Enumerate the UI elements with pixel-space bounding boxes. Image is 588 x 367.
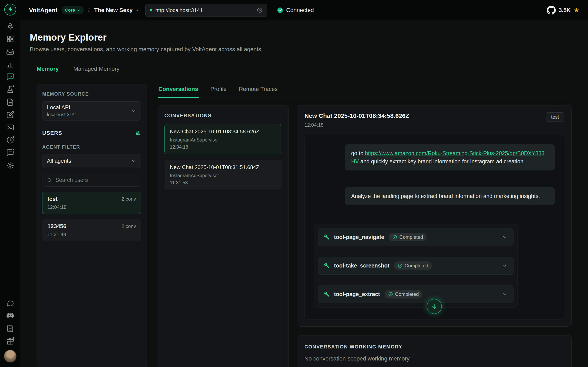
memory-detail-region: Conversations Profile Remote Traces CONV…: [158, 84, 572, 367]
rail-item-memory[interactable]: [5, 72, 15, 82]
page-tabs: Memory Managed Memory: [30, 64, 572, 77]
wrench-icon: [324, 234, 329, 240]
filter-sliders-icon[interactable]: [135, 130, 141, 136]
rail-item-discord[interactable]: [5, 311, 15, 321]
user-name: test: [47, 196, 58, 202]
tab-managed-memory[interactable]: Managed Memory: [72, 64, 120, 77]
tab-remote-traces[interactable]: Remote Traces: [238, 84, 278, 98]
user-avatar[interactable]: [4, 350, 17, 363]
project-dropdown[interactable]: The New Sexy: [94, 7, 139, 13]
search-users-input[interactable]: [55, 177, 136, 183]
user-last-time: 11:31:48: [47, 232, 136, 237]
rail-item-experiments[interactable]: [5, 85, 15, 94]
rail-item-terminal[interactable]: [5, 123, 15, 132]
conversation-title: New Chat 2025-10-01T08:31:51.684Z: [170, 164, 277, 170]
github-star-count: 3.5K: [559, 7, 571, 13]
history-clock-icon[interactable]: [257, 7, 263, 13]
memory-source-texts: Local API localhost:3141: [47, 104, 77, 117]
tool-call-row[interactable]: tool-take_screenshot Completed: [318, 257, 513, 275]
user-list-item[interactable]: 123456 2 conv 11:31:48: [42, 219, 141, 241]
chat-title: New Chat 2025-10-01T08:34:58.626Z: [304, 112, 409, 119]
message-text: Analyze the landing page to extract bran…: [351, 193, 540, 199]
edit-icon: [6, 111, 14, 119]
terminal-icon: [6, 123, 14, 132]
support-chat-icon: [6, 299, 14, 307]
check-circle-icon: [398, 263, 403, 268]
rail-item-feedback[interactable]: [5, 148, 15, 158]
conversation-list-item[interactable]: New Chat 2025-10-01T08:34:58.626Z Instag…: [164, 124, 282, 154]
conversation-agent: InstagramAdSupervisor: [170, 137, 277, 143]
tool-status-label: Completed: [395, 291, 419, 297]
tool-status-label: Completed: [399, 234, 423, 240]
page-subtitle: Browse users, conversations, and working…: [30, 46, 572, 53]
check-circle-icon: [392, 235, 397, 240]
message-text: and quickly extract key brand informatio…: [359, 158, 523, 165]
wrench-icon: [324, 263, 329, 268]
server-url-text: http://localhost:3141: [155, 7, 203, 13]
discord-icon: [6, 312, 14, 320]
voltagent-logo[interactable]: [4, 4, 16, 16]
conversation-list-item[interactable]: New Chat 2025-10-01T08:31:51.684Z Instag…: [164, 160, 282, 190]
tab-profile[interactable]: Profile: [210, 84, 227, 98]
user-list-item[interactable]: test 2 conv 12:04:18: [42, 192, 141, 214]
notification-dot: [12, 136, 15, 138]
chat-header: New Chat 2025-10-01T08:34:58.626Z 12:04:…: [304, 112, 564, 128]
rocket-icon: [6, 22, 14, 30]
tool-name: tool-take_screenshot: [334, 263, 389, 269]
tool-status-label: Completed: [405, 263, 428, 268]
core-version-dropdown[interactable]: Core: [61, 6, 84, 14]
rail-item-rocket[interactable]: [5, 21, 15, 31]
memory-source-select[interactable]: Local API localhost:3141: [42, 101, 141, 120]
user-message-bubble: go to https://www.amazon.com/Roku-Stream…: [345, 144, 555, 170]
tool-call-row[interactable]: tool-page_extract Completed: [318, 285, 513, 303]
tool-calls-container: tool-page_navigate Completed t: [314, 224, 518, 308]
rail-item-compose[interactable]: [5, 110, 15, 120]
users-label: USERS: [42, 130, 62, 136]
rail-item-analytics[interactable]: [5, 59, 15, 69]
rail-item-docs[interactable]: [5, 324, 15, 333]
breadcrumb-separator: /: [88, 7, 90, 13]
search-icon: [47, 177, 52, 183]
tool-status-badge: Completed: [389, 233, 427, 242]
conversations-panel: CONVERSATIONS New Chat 2025-10-01T08:34:…: [158, 105, 289, 367]
memory-source-name: Local API: [47, 104, 77, 111]
inbox-icon: [6, 48, 14, 56]
working-memory-title: CONVERSATION WORKING MEMORY: [304, 344, 564, 350]
check-circle-icon: [277, 7, 283, 13]
tool-name: tool-page_extract: [334, 291, 380, 298]
rail-item-support[interactable]: [5, 298, 15, 308]
rail-item-gift[interactable]: [5, 336, 15, 346]
star-icon: ★: [573, 7, 579, 13]
tool-call-row[interactable]: tool-page_navigate Completed: [318, 228, 513, 246]
github-stars-link[interactable]: 3.5K ★: [547, 6, 579, 15]
rail-item-apps[interactable]: [5, 34, 15, 44]
connection-status-label: Connected: [286, 7, 314, 13]
agent-filter-select[interactable]: All agents: [42, 154, 141, 168]
chevron-down-icon[interactable]: [502, 263, 508, 268]
tool-status-badge: Completed: [384, 290, 423, 299]
icon-rail: [0, 0, 20, 367]
working-memory-empty-text: No conversation-scoped working memory.: [304, 355, 564, 362]
brand-name: VoltAgent: [29, 7, 57, 14]
tab-conversations[interactable]: Conversations: [158, 84, 199, 98]
agent-filter-label: AGENT FILTER: [42, 144, 141, 150]
docs-icon: [6, 324, 14, 333]
apps-grid-icon: [6, 35, 14, 43]
rail-item-settings[interactable]: [5, 160, 15, 170]
chevron-down-icon: [131, 158, 136, 164]
rail-item-inbox[interactable]: [5, 47, 15, 57]
chevron-down-icon: [135, 8, 139, 12]
rail-item-history[interactable]: [5, 135, 15, 145]
user-item-top: 123456 2 conv: [47, 223, 136, 230]
detail-tabs: Conversations Profile Remote Traces: [158, 84, 572, 98]
chevron-down-icon[interactable]: [502, 291, 508, 297]
rail-item-documents[interactable]: [5, 97, 15, 107]
chevron-down-icon[interactable]: [502, 234, 508, 240]
scroll-to-bottom-button[interactable]: [427, 299, 442, 314]
server-url-input[interactable]: http://localhost:3141: [145, 4, 267, 17]
chat-time: 12:04:18: [304, 122, 409, 128]
chat-detail-panel: New Chat 2025-10-01T08:34:58.626Z 12:04:…: [297, 105, 572, 327]
tab-memory[interactable]: Memory: [36, 64, 60, 77]
notification-dot: [12, 148, 15, 151]
project-name: The New Sexy: [94, 7, 132, 13]
